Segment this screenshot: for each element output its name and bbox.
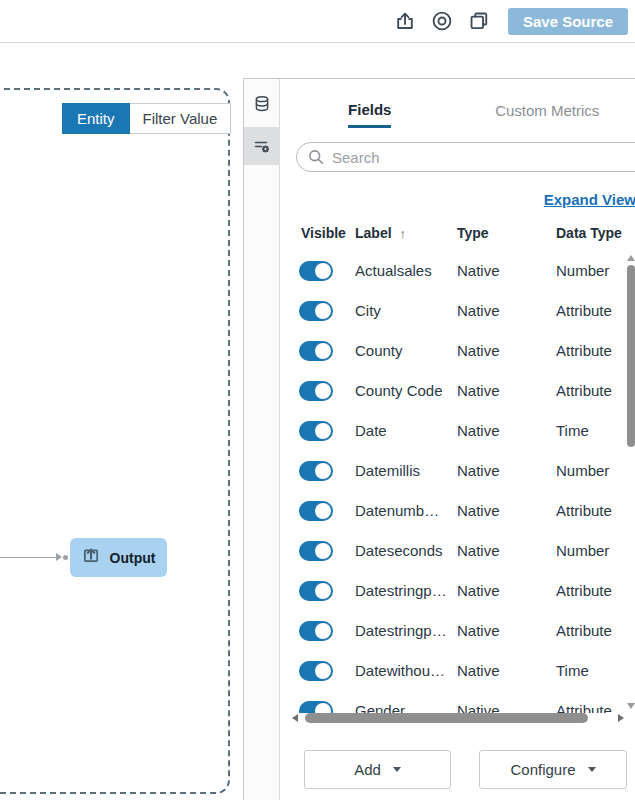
field-label: Datestringp… (355, 571, 447, 611)
preview-icon[interactable] (430, 9, 454, 33)
tab-fields[interactable]: Fields (281, 101, 459, 128)
entity-tab[interactable]: Entity (62, 103, 130, 134)
table-row: Datestringp… Native Attribute (281, 611, 635, 651)
visible-toggle[interactable] (299, 541, 333, 561)
field-data-type: Number (556, 451, 609, 491)
header-type: Type (457, 225, 489, 241)
field-data-type: Attribute (556, 611, 612, 651)
header-label[interactable]: Label↑ (355, 225, 406, 241)
field-type: Native (457, 411, 500, 451)
add-button[interactable]: Add (304, 750, 451, 789)
panel-tabs: Fields Custom Metrics (281, 101, 635, 128)
panel-icon-strip (244, 79, 280, 800)
field-data-type: Attribute (556, 571, 612, 611)
field-label: County (355, 331, 403, 371)
output-node[interactable]: Output (70, 538, 167, 577)
upload-icon[interactable] (393, 9, 417, 33)
field-type: Native (457, 691, 500, 713)
tab-custom-metrics[interactable]: Custom Metrics (459, 101, 635, 128)
field-data-type: Number (556, 531, 609, 571)
output-icon (82, 546, 101, 569)
fields-table-header: Visible Label↑ Type Data Type (281, 225, 635, 245)
table-row: Actualsales Native Number (281, 251, 635, 291)
app-window: Save Source Entity Filter Value Output (0, 0, 635, 800)
table-row: Datewithou… Native Time (281, 651, 635, 691)
visible-toggle[interactable] (299, 661, 333, 681)
scroll-down-arrow-icon[interactable] (627, 703, 635, 709)
visible-toggle[interactable] (299, 501, 333, 521)
scroll-left-arrow-icon[interactable] (292, 714, 298, 722)
visible-toggle[interactable] (299, 341, 333, 361)
top-toolbar: Save Source (0, 0, 635, 43)
field-data-type: Number (556, 251, 609, 291)
table-row: Datenumb… Native Attribute (281, 491, 635, 531)
table-row: Gender Native Attribute (281, 691, 635, 713)
table-row: Datemillis Native Number (281, 451, 635, 491)
vertical-scrollbar-thumb[interactable] (627, 265, 635, 447)
visible-toggle[interactable] (299, 261, 333, 281)
field-type: Native (457, 651, 500, 691)
visible-toggle[interactable] (299, 461, 333, 481)
field-label: Dateseconds (355, 531, 443, 571)
field-data-type: Attribute (556, 291, 612, 331)
configure-button[interactable]: Configure (479, 750, 627, 789)
scroll-up-arrow-icon[interactable] (627, 255, 635, 261)
table-row: Dateseconds Native Number (281, 531, 635, 571)
scroll-right-arrow-icon[interactable] (618, 714, 624, 722)
field-type: Native (457, 531, 500, 571)
field-label: Datestringp… (355, 611, 447, 651)
visible-toggle[interactable] (299, 581, 333, 601)
connector-arrowhead-icon (56, 553, 62, 561)
field-label: Actualsales (355, 251, 432, 291)
visible-toggle[interactable] (299, 381, 333, 401)
field-type: Native (457, 611, 500, 651)
field-type: Native (457, 291, 500, 331)
fields-panel: Fields Custom Metrics Expand View Visibl… (243, 78, 635, 800)
output-node-label: Output (110, 550, 156, 566)
data-source-icon[interactable] (244, 85, 280, 123)
field-label: Gender (355, 691, 405, 713)
connector-port-dot (63, 555, 68, 560)
visible-toggle[interactable] (299, 421, 333, 441)
field-type: Native (457, 331, 500, 371)
table-row: Datestringp… Native Attribute (281, 571, 635, 611)
table-row: County Code Native Attribute (281, 371, 635, 411)
field-type: Native (457, 251, 500, 291)
field-label: Date (355, 411, 387, 451)
field-type: Native (457, 371, 500, 411)
search-input[interactable] (296, 142, 635, 172)
field-type: Native (457, 491, 500, 531)
filter-value-tab[interactable]: Filter Value (130, 103, 232, 134)
visible-toggle[interactable] (299, 301, 333, 321)
expand-view-link[interactable]: Expand View (544, 191, 635, 208)
save-source-button[interactable]: Save Source (508, 8, 628, 35)
field-type: Native (457, 571, 500, 611)
table-row: City Native Attribute (281, 291, 635, 331)
field-data-type: Time (556, 411, 589, 451)
search-icon (307, 148, 325, 170)
table-row: Date Native Time (281, 411, 635, 451)
manage-fields-icon[interactable] (244, 127, 280, 165)
field-data-type: Attribute (556, 691, 612, 713)
visible-toggle[interactable] (299, 701, 333, 713)
entity-filter-segmented-control: Entity Filter Value (62, 103, 231, 134)
copy-icon[interactable] (467, 9, 491, 33)
field-type: Native (457, 451, 500, 491)
search-box (296, 142, 635, 172)
visible-toggle[interactable] (299, 621, 333, 641)
field-label: City (355, 291, 381, 331)
chevron-down-icon (393, 767, 401, 772)
header-visible: Visible (301, 225, 346, 241)
sort-ascending-icon: ↑ (400, 226, 407, 241)
table-row: County Native Attribute (281, 331, 635, 371)
horizontal-scrollbar (292, 713, 624, 725)
field-label: Datewithou… (355, 651, 445, 691)
field-data-type: Attribute (556, 331, 612, 371)
fields-table-body: Actualsales Native Number City Native At… (281, 251, 635, 713)
field-data-type: Attribute (556, 371, 612, 411)
horizontal-scrollbar-thumb[interactable] (305, 713, 588, 723)
field-label: Datenumb… (355, 491, 439, 531)
field-data-type: Attribute (556, 491, 612, 531)
fields-panel-content: Fields Custom Metrics Expand View Visibl… (281, 79, 635, 800)
chevron-down-icon (588, 767, 596, 772)
